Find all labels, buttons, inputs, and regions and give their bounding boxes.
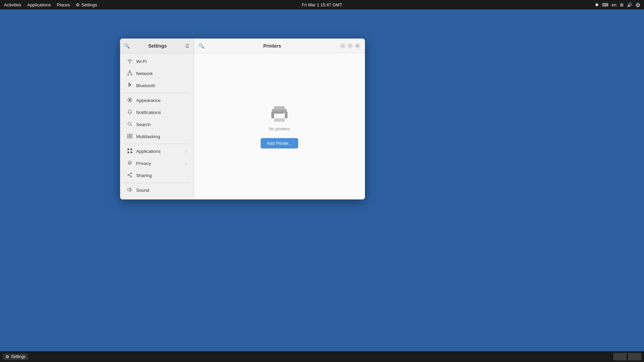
gear-icon: ⚙ bbox=[76, 2, 80, 7]
sidebar-item-privacy[interactable]: Privacy › bbox=[122, 158, 192, 169]
svg-rect-6 bbox=[127, 134, 129, 136]
svg-rect-11 bbox=[130, 148, 132, 150]
sidebar-item-applications[interactable]: Applications › bbox=[122, 145, 192, 157]
no-printers-label: No printers bbox=[269, 126, 290, 131]
bluetooth-icon bbox=[127, 82, 133, 89]
svg-rect-21 bbox=[274, 106, 285, 110]
maximize-button[interactable]: □ bbox=[347, 43, 353, 49]
topbar: Activities Applications Places ⚙ Setting… bbox=[0, 0, 644, 9]
minimize-button[interactable]: — bbox=[340, 43, 345, 49]
taskbar: ⚙ Settings bbox=[0, 351, 644, 362]
printers-title: Printers bbox=[207, 43, 337, 49]
sharing-label: Sharing bbox=[136, 173, 187, 178]
applications-label: Applications bbox=[136, 149, 182, 154]
printers-header: 🔍 Printers — □ ✕ bbox=[194, 39, 365, 53]
network-label: Network bbox=[136, 71, 187, 76]
sidebar-item-search[interactable]: Search bbox=[122, 119, 192, 130]
applications-chevron: › bbox=[185, 149, 187, 154]
power-icon bbox=[127, 199, 133, 199]
sidebar-item-sharing[interactable]: Sharing bbox=[122, 170, 192, 181]
taskbar-settings-item[interactable]: ⚙ Settings bbox=[3, 354, 28, 360]
accessibility-icon[interactable]: ✱ bbox=[595, 2, 599, 7]
network-icon[interactable]: ⊞ bbox=[620, 2, 624, 7]
topbar-right: ✱ ⌨ en ⊞ 🔊 ⏻ bbox=[595, 2, 640, 7]
sound-icon bbox=[127, 187, 133, 193]
applications-menu[interactable]: Applications bbox=[27, 2, 51, 7]
keyboard-icon[interactable]: ⌨ bbox=[602, 2, 608, 7]
svg-rect-1 bbox=[127, 74, 129, 75]
sidebar-hamburger-icon[interactable]: ☰ bbox=[185, 43, 190, 49]
printers-search-icon[interactable]: 🔍 bbox=[199, 43, 204, 49]
multitasking-label: Multitasking bbox=[136, 134, 187, 139]
topbar-left: Activities Applications Places ⚙ Setting… bbox=[4, 2, 97, 7]
svg-rect-8 bbox=[127, 136, 129, 138]
notifications-label: Notifications bbox=[136, 110, 187, 115]
separator-2 bbox=[123, 144, 190, 144]
privacy-chevron: › bbox=[185, 162, 187, 166]
taskbar-right bbox=[613, 353, 641, 360]
svg-rect-2 bbox=[131, 74, 132, 75]
multitasking-icon bbox=[127, 133, 133, 140]
sharing-icon bbox=[127, 172, 133, 179]
add-printer-button[interactable]: Add Printer... bbox=[261, 138, 298, 148]
svg-point-15 bbox=[128, 174, 129, 176]
taskbar-settings-label: Settings bbox=[11, 354, 25, 359]
printers-content: No printers Add Printer... bbox=[194, 53, 365, 199]
sidebar-title: Settings bbox=[132, 43, 182, 49]
sound-label: Sound bbox=[136, 188, 187, 193]
sidebar-item-network[interactable]: Network bbox=[122, 68, 192, 79]
network-icon bbox=[127, 70, 133, 77]
sidebar-item-wifi[interactable]: Wi-Fi bbox=[122, 56, 192, 67]
activities-button[interactable]: Activities bbox=[4, 2, 21, 7]
sidebar-item-power[interactable]: Power bbox=[122, 196, 192, 199]
settings-sidebar: 🔍 Settings ☰ Wi-Fi bbox=[120, 39, 194, 199]
sidebar-item-notifications[interactable]: Notifications bbox=[122, 107, 192, 118]
svg-rect-12 bbox=[127, 152, 129, 153]
sidebar-header: 🔍 Settings ☰ bbox=[120, 39, 194, 53]
sidebar-item-multitasking[interactable]: Multitasking bbox=[122, 131, 192, 142]
svg-rect-9 bbox=[130, 136, 132, 138]
privacy-label: Privacy bbox=[136, 161, 182, 166]
sidebar-search-icon[interactable]: 🔍 bbox=[124, 43, 130, 49]
privacy-icon bbox=[127, 160, 133, 167]
search-icon bbox=[127, 121, 133, 128]
sidebar-item-bluetooth[interactable]: Bluetooth bbox=[122, 80, 192, 92]
taskbar-btn-1[interactable] bbox=[613, 353, 627, 360]
svg-rect-23 bbox=[274, 114, 285, 119]
separator-3 bbox=[123, 183, 190, 183]
appearance-label: Appearance bbox=[136, 98, 187, 103]
svg-marker-17 bbox=[128, 188, 130, 192]
svg-rect-7 bbox=[130, 134, 132, 136]
svg-rect-13 bbox=[130, 152, 132, 153]
wifi-icon bbox=[127, 58, 133, 65]
svg-rect-4 bbox=[129, 99, 130, 101]
printer-illustration bbox=[269, 104, 290, 123]
notifications-icon bbox=[127, 109, 133, 116]
sidebar-item-sound[interactable]: Sound bbox=[122, 184, 192, 196]
sidebar-list: Wi-Fi Network bbox=[120, 53, 194, 199]
printers-panel: 🔍 Printers — □ ✕ No printers bbox=[194, 39, 365, 199]
bluetooth-label: Bluetooth bbox=[136, 83, 187, 88]
taskbar-btn-2[interactable] bbox=[628, 353, 641, 360]
volume-icon[interactable]: 🔊 bbox=[627, 2, 632, 7]
lang-indicator[interactable]: en bbox=[612, 2, 616, 7]
sidebar-item-appearance[interactable]: Appearance bbox=[122, 95, 192, 106]
places-menu[interactable]: Places bbox=[57, 2, 70, 7]
taskbar-gear-icon: ⚙ bbox=[5, 354, 9, 359]
settings-menu-item[interactable]: ⚙ Settings bbox=[76, 2, 97, 7]
no-printers-container: No printers bbox=[269, 104, 290, 131]
svg-rect-10 bbox=[127, 148, 129, 150]
separator-1 bbox=[123, 93, 190, 93]
settings-window: 🔍 Settings ☰ Wi-Fi bbox=[120, 39, 365, 199]
wifi-label: Wi-Fi bbox=[136, 59, 187, 64]
search-label: Search bbox=[136, 122, 187, 127]
svg-rect-25 bbox=[274, 118, 285, 122]
applications-icon bbox=[127, 148, 133, 155]
appearance-icon bbox=[127, 97, 133, 104]
svg-rect-24 bbox=[283, 113, 285, 114]
topbar-datetime: Fri Mar 1 15:47 GMT bbox=[302, 2, 342, 7]
close-button[interactable]: ✕ bbox=[355, 43, 360, 49]
power-status-icon[interactable]: ⏻ bbox=[636, 2, 640, 7]
